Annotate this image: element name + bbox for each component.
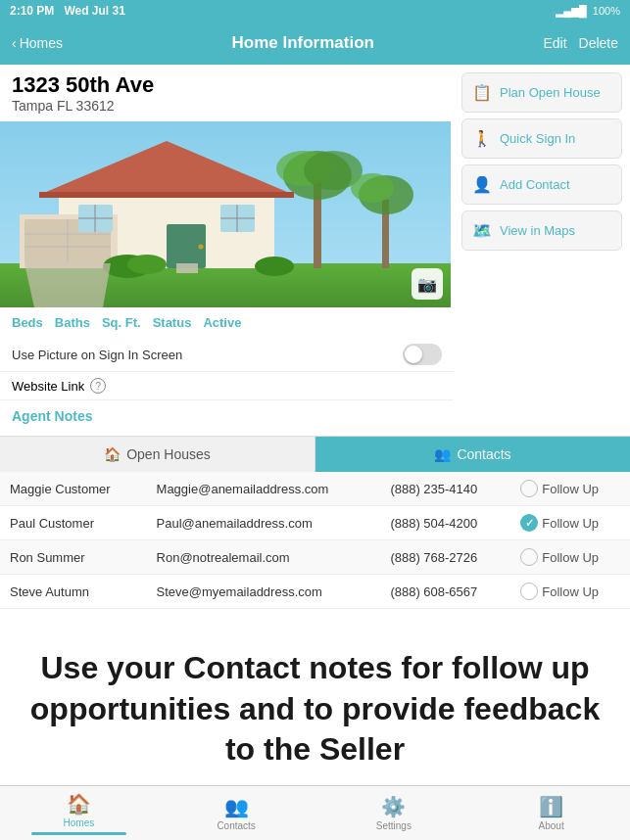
table-row[interactable]: Maggie CustomerMaggie@anemailaddress.com… xyxy=(0,472,630,506)
follow-up-unchecked-icon xyxy=(520,548,538,566)
nav-title: Home Information xyxy=(231,33,373,53)
house-illustration xyxy=(0,121,451,307)
svg-point-26 xyxy=(127,255,167,274)
contact-name: Ron Summer xyxy=(0,540,147,575)
chevron-left-icon: ‹ xyxy=(12,35,17,51)
svg-rect-4 xyxy=(39,192,294,198)
quick-sign-in-label: Quick Sign In xyxy=(500,131,575,146)
follow-up-label: Follow Up xyxy=(542,482,599,496)
contact-name: Paul Customer xyxy=(0,506,147,540)
contacts-bottom-tab-label: Contacts xyxy=(217,820,255,831)
right-panel: 📋 Plan Open House 🚶 Quick Sign In 👤 Add … xyxy=(454,65,630,432)
camera-button[interactable]: 📷 xyxy=(412,268,443,300)
tab-open-houses[interactable]: 🏠 Open Houses xyxy=(0,437,315,472)
property-address: 1323 50th Ave xyxy=(12,72,442,98)
svg-point-11 xyxy=(199,245,204,250)
open-houses-tab-label: Open Houses xyxy=(126,446,211,462)
open-houses-tab-icon: 🏠 xyxy=(104,446,121,462)
tab-contacts[interactable]: 👥 Contacts xyxy=(315,437,630,472)
table-row[interactable]: Steve AutumnSteve@myemailaddress.com(888… xyxy=(0,575,630,609)
edit-button[interactable]: Edit xyxy=(543,35,566,51)
status-label: Status xyxy=(153,315,192,330)
view-in-maps-label: View in Maps xyxy=(500,223,575,238)
contact-phone: (888) 504-4200 xyxy=(380,506,510,540)
sqft-label: Sq. Ft. xyxy=(102,315,141,330)
contact-email: Paul@anemailaddress.com xyxy=(147,506,381,540)
contact-follow-up[interactable]: Follow Up xyxy=(510,472,630,506)
bottom-tab-about[interactable]: ℹ️ About xyxy=(472,786,630,840)
picture-toggle[interactable] xyxy=(403,344,442,365)
contact-follow-up[interactable]: Follow Up xyxy=(510,575,630,609)
add-contact-label: Add Contact xyxy=(500,177,570,192)
add-contact-icon: 👤 xyxy=(472,175,492,194)
quick-sign-in-button[interactable]: 🚶 Quick Sign In xyxy=(461,118,622,159)
plan-open-house-icon: 📋 xyxy=(472,83,492,102)
website-link-row: Website Link ? xyxy=(0,372,454,400)
baths-label: Baths xyxy=(55,315,90,330)
contacts-list: Maggie CustomerMaggie@anemailaddress.com… xyxy=(0,472,630,609)
active-tab-indicator xyxy=(31,832,125,835)
help-icon[interactable]: ? xyxy=(90,378,106,394)
picture-toggle-row: Use Picture on Sign In Screen xyxy=(0,338,454,372)
follow-up-label: Follow Up xyxy=(542,550,599,565)
back-button[interactable]: ‹ Homes xyxy=(12,35,63,51)
property-city: Tampa FL 33612 xyxy=(12,98,442,114)
bottom-tab-contacts[interactable]: 👥 Contacts xyxy=(158,786,315,840)
follow-up-unchecked-icon xyxy=(520,583,538,600)
status-value: Active xyxy=(203,315,241,330)
status-indicators: ▂▄▆█ 100% xyxy=(556,5,620,18)
contact-follow-up[interactable]: Follow Up xyxy=(510,540,630,575)
settings-tab-icon: ⚙️ xyxy=(381,795,406,818)
contact-follow-up[interactable]: Follow Up xyxy=(510,506,630,540)
picture-toggle-label: Use Picture on Sign In Screen xyxy=(12,348,182,362)
battery-icon: 100% xyxy=(593,5,620,17)
add-contact-button[interactable]: 👤 Add Contact xyxy=(461,164,622,205)
nav-actions: Edit Delete xyxy=(543,35,618,51)
bottom-tab-bar: 🏠 Homes 👥 Contacts ⚙️ Settings ℹ️ About xyxy=(0,785,630,840)
contact-phone: (888) 768-2726 xyxy=(380,540,510,575)
follow-up-unchecked-icon xyxy=(520,480,538,497)
property-details-row: Beds Baths Sq. Ft. Status Active xyxy=(0,307,454,338)
table-row[interactable]: Paul CustomerPaul@anemailaddress.com(888… xyxy=(0,506,630,540)
view-in-maps-button[interactable]: 🗺️ View in Maps xyxy=(461,210,622,251)
view-in-maps-icon: 🗺️ xyxy=(472,221,492,240)
plan-open-house-label: Plan Open House xyxy=(500,85,601,100)
about-tab-label: About xyxy=(539,820,564,831)
follow-up-label: Follow Up xyxy=(542,584,599,599)
left-panel: 1323 50th Ave Tampa FL 33612 xyxy=(0,65,454,432)
contact-email: Maggie@anemailaddress.com xyxy=(147,472,381,506)
status-bar: 2:10 PM Wed Jul 31 ▂▄▆█ 100% xyxy=(0,0,630,22)
follow-up-checked-icon xyxy=(520,514,538,532)
promo-text: Use your Contact notes for follow up opp… xyxy=(20,648,610,770)
contact-phone: (888) 235-4140 xyxy=(380,472,510,506)
delete-button[interactable]: Delete xyxy=(579,35,618,51)
bottom-tab-homes[interactable]: 🏠 Homes xyxy=(0,786,158,840)
contacts-tab-icon: 👥 xyxy=(434,446,451,462)
status-time: 2:10 PM Wed Jul 31 xyxy=(10,4,125,18)
contact-name: Maggie Customer xyxy=(0,472,147,506)
plan-open-house-button[interactable]: 📋 Plan Open House xyxy=(461,72,622,113)
contacts-bottom-tab-icon: 👥 xyxy=(224,795,249,818)
quick-sign-in-icon: 🚶 xyxy=(472,129,492,148)
nav-bar: ‹ Homes Home Information Edit Delete xyxy=(0,22,630,65)
agent-notes-label: Agent Notes xyxy=(12,408,92,424)
contact-phone: (888) 608-6567 xyxy=(380,575,510,609)
table-row[interactable]: Ron SummerRon@notrealemail.com(888) 768-… xyxy=(0,540,630,575)
homes-tab-icon: 🏠 xyxy=(67,792,91,816)
wifi-icon: ▂▄▆█ xyxy=(556,5,587,18)
beds-label: Beds xyxy=(12,315,43,330)
website-link-label: Website Link xyxy=(12,379,84,394)
contacts-tab-label: Contacts xyxy=(457,446,510,462)
promo-section: Use your Contact notes for follow up opp… xyxy=(0,609,630,810)
bottom-tab-settings[interactable]: ⚙️ Settings xyxy=(315,786,473,840)
agent-notes-section: Agent Notes xyxy=(0,400,454,432)
svg-point-24 xyxy=(351,173,394,203)
svg-rect-29 xyxy=(176,263,198,273)
svg-marker-28 xyxy=(24,263,111,307)
about-tab-icon: ℹ️ xyxy=(539,795,563,818)
contacts-table: Maggie CustomerMaggie@anemailaddress.com… xyxy=(0,472,630,609)
property-header: 1323 50th Ave Tampa FL 33612 xyxy=(0,65,454,117)
contact-email: Ron@notrealemail.com xyxy=(147,540,381,575)
tabs-container: 🏠 Open Houses 👥 Contacts xyxy=(0,436,630,472)
property-image: 📷 xyxy=(0,121,451,307)
